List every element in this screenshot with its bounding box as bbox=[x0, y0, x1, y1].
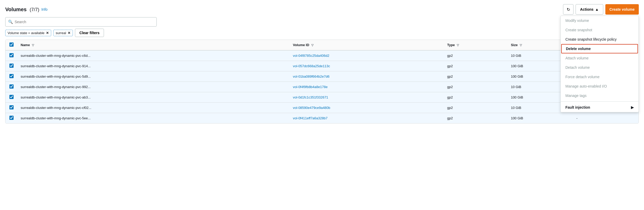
select-all-checkbox[interactable] bbox=[9, 42, 14, 47]
row-name: surrealdb-cluster-with-mng-dynamic-pvc-5… bbox=[17, 113, 290, 123]
row-check-cell bbox=[5, 113, 17, 123]
row-name: surrealdb-cluster-with-mng-dynamic-pvc-a… bbox=[17, 92, 290, 103]
volume-id-link[interactable]: vol-08590e479ce9a480b bbox=[293, 106, 330, 110]
row-type: gp2 bbox=[444, 50, 508, 61]
actions-arrow-icon: ▲ bbox=[595, 7, 599, 11]
volume-id-link[interactable]: vol-057dc668a25de113c bbox=[293, 64, 330, 68]
filter-tag-state: Volume state = available ✕ bbox=[5, 30, 51, 36]
page-title: Volumes (7/7) bbox=[5, 7, 39, 13]
volume-id-link[interactable]: vol-01ba089f664b2e7d6 bbox=[293, 75, 329, 78]
row-check-cell bbox=[5, 50, 17, 61]
volume-id-link[interactable]: vol-0f4f9fb8b4a8e178e bbox=[293, 85, 327, 89]
row-volume-id: vol-08590e479ce9a480b bbox=[290, 103, 444, 113]
size-sort-icon: ▽ bbox=[520, 44, 522, 47]
menu-item-manage-auto-io[interactable]: Manage auto-enabled I/O bbox=[561, 82, 639, 91]
row-volume-id: vol-04f8785c25da406d2 bbox=[290, 50, 444, 61]
row-checkbox[interactable] bbox=[9, 53, 14, 57]
row-check-cell bbox=[5, 61, 17, 71]
table-row: surrealdb-cluster-with-mng-dynamic-pvc-c… bbox=[5, 103, 639, 113]
menu-item-force-detach[interactable]: Force detach volume bbox=[561, 72, 639, 82]
row-type: gp2 bbox=[444, 82, 508, 92]
row-type: gp2 bbox=[444, 92, 508, 103]
name-sort-icon: ▽ bbox=[32, 44, 34, 47]
row-name: surrealdb-cluster-with-mng-dynamic-pvc-c… bbox=[17, 50, 290, 61]
row-name: surrealdb-cluster-with-mng-dynamic-pvc-5… bbox=[17, 71, 290, 82]
col-header-type[interactable]: Type ▽ bbox=[444, 40, 508, 50]
refresh-button[interactable]: ↻ bbox=[563, 4, 573, 15]
row-name: surrealdb-cluster-with-mng-dynamic-pvc-c… bbox=[17, 103, 290, 113]
fault-injection-arrow-icon: ▶ bbox=[631, 105, 634, 109]
row-iops: - bbox=[573, 113, 639, 123]
volume-id-link[interactable]: vol-0f411eff7a6a328b7 bbox=[293, 116, 327, 120]
search-box: 🔍 bbox=[5, 17, 157, 27]
row-check-cell bbox=[5, 92, 17, 103]
header-row: Volumes (7/7) Info ↻ Actions ▲ Create vo… bbox=[5, 4, 639, 15]
row-type: gp2 bbox=[444, 113, 508, 123]
row-checkbox[interactable] bbox=[9, 74, 14, 78]
volume-count: (7/7) bbox=[30, 7, 39, 12]
row-name: surrealdb-cluster-with-mng-dynamic-pvc-9… bbox=[17, 61, 290, 71]
menu-item-create-snapshot[interactable]: Create snapshot bbox=[561, 25, 639, 35]
row-type: gp2 bbox=[444, 103, 508, 113]
row-check-cell bbox=[5, 82, 17, 92]
row-size: 100 GiB bbox=[508, 113, 573, 123]
table-row: surrealdb-cluster-with-mng-dynamic-pvc-9… bbox=[5, 61, 639, 71]
menu-item-modify-volume[interactable]: Modify volume bbox=[561, 16, 639, 25]
col-header-name[interactable]: Name ▽ bbox=[17, 40, 290, 50]
type-sort-icon: ▽ bbox=[457, 44, 459, 47]
col-header-volume-id[interactable]: Volume ID ▽ bbox=[290, 40, 444, 50]
row-check-cell bbox=[5, 103, 17, 113]
volume-id-link[interactable]: vol-0d1fc1c351f332671 bbox=[293, 95, 328, 99]
table-body: surrealdb-cluster-with-mng-dynamic-pvc-c… bbox=[5, 50, 639, 123]
info-link[interactable]: Info bbox=[41, 7, 47, 11]
menu-item-manage-tags[interactable]: Manage tags bbox=[561, 91, 639, 100]
search-input[interactable] bbox=[15, 20, 154, 24]
menu-item-create-snapshot-lifecycle[interactable]: Create snapshot lifecycle policy bbox=[561, 35, 639, 44]
row-volume-id: vol-057dc668a25de113c bbox=[290, 61, 444, 71]
filter-state-remove[interactable]: ✕ bbox=[46, 31, 49, 35]
dropdown-divider bbox=[561, 101, 639, 102]
actions-dropdown: Modify volume Create snapshot Create sna… bbox=[560, 16, 639, 112]
filter-tag-surreal: surreal ✕ bbox=[53, 30, 73, 36]
row-checkbox[interactable] bbox=[9, 84, 14, 89]
search-icon: 🔍 bbox=[8, 20, 13, 24]
menu-item-fault-injection[interactable]: Fault injection ▶ bbox=[561, 103, 639, 112]
volume-id-link[interactable]: vol-04f8785c25da406d2 bbox=[293, 54, 329, 58]
clear-filters-button[interactable]: Clear filters bbox=[75, 29, 104, 37]
row-volume-id: vol-0f411eff7a6a328b7 bbox=[290, 113, 444, 123]
menu-item-attach-volume[interactable]: Attach volume bbox=[561, 53, 639, 63]
col-header-check bbox=[5, 40, 17, 50]
row-name: surrealdb-cluster-with-mng-dynamic-pvc-9… bbox=[17, 82, 290, 92]
row-checkbox[interactable] bbox=[9, 105, 14, 109]
header-left: Volumes (7/7) Info bbox=[5, 7, 48, 13]
menu-item-detach-volume[interactable]: Detach volume bbox=[561, 63, 639, 72]
menu-item-delete-volume[interactable]: Delete volume bbox=[561, 44, 638, 53]
table-row: surrealdb-cluster-with-mng-dynamic-pvc-5… bbox=[5, 113, 639, 123]
refresh-icon: ↻ bbox=[567, 7, 570, 12]
table-row: surrealdb-cluster-with-mng-dynamic-pvc-5… bbox=[5, 71, 639, 82]
filter-surreal-remove[interactable]: ✕ bbox=[68, 31, 71, 35]
actions-button[interactable]: Actions ▲ bbox=[576, 4, 603, 15]
filter-state-label: Volume state = available bbox=[8, 31, 44, 35]
row-checkbox[interactable] bbox=[9, 95, 14, 99]
table-row: surrealdb-cluster-with-mng-dynamic-pvc-c… bbox=[5, 50, 639, 61]
search-row: 🔍 bbox=[5, 17, 639, 27]
row-checkbox[interactable] bbox=[9, 64, 14, 68]
table-row: surrealdb-cluster-with-mng-dynamic-pvc-a… bbox=[5, 92, 639, 103]
row-type: gp2 bbox=[444, 71, 508, 82]
create-volume-button[interactable]: Create volume bbox=[605, 4, 639, 15]
row-check-cell bbox=[5, 71, 17, 82]
filter-surreal-label: surreal bbox=[56, 31, 66, 35]
filters-row: Volume state = available ✕ surreal ✕ Cle… bbox=[5, 29, 639, 37]
header-right: ↻ Actions ▲ Create volume bbox=[563, 4, 639, 15]
row-volume-id: vol-01ba089f664b2e7d6 bbox=[290, 71, 444, 82]
page-container: Volumes (7/7) Info ↻ Actions ▲ Create vo… bbox=[0, 0, 644, 128]
table-row: surrealdb-cluster-with-mng-dynamic-pvc-9… bbox=[5, 82, 639, 92]
row-volume-id: vol-0d1fc1c351f332671 bbox=[290, 92, 444, 103]
row-volume-id: vol-0f4f9fb8b4a8e178e bbox=[290, 82, 444, 92]
volume-id-sort-icon: ▽ bbox=[311, 44, 313, 47]
title-text: Volumes bbox=[5, 7, 27, 12]
volumes-table: Name ▽ Volume ID ▽ Type ▽ Size ▽ bbox=[5, 40, 639, 123]
row-checkbox[interactable] bbox=[9, 116, 14, 120]
actions-label: Actions bbox=[580, 7, 593, 11]
